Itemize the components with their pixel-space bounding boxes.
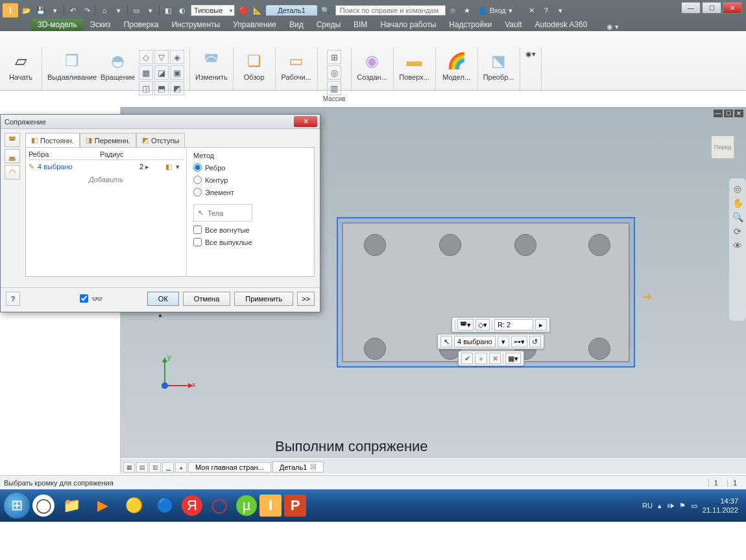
derive-icon[interactable]: ▣: [170, 65, 184, 80]
document-tab[interactable]: Деталь1: [266, 5, 317, 16]
all-concave-checkbox[interactable]: Все вогнутые: [193, 226, 252, 234]
radius-input[interactable]: R: 2: [494, 319, 533, 331]
chain-icon[interactable]: ⊶▾: [511, 336, 527, 347]
tab-vault[interactable]: Vault: [498, 19, 528, 31]
taskbar-app-chrome[interactable]: 🟡: [119, 493, 148, 519]
help-icon[interactable]: ?: [540, 4, 553, 17]
tab-tools[interactable]: Инструменты: [165, 19, 226, 31]
more-button[interactable]: >>: [297, 292, 315, 306]
open-icon[interactable]: 📂: [20, 4, 33, 17]
taskbar-app-edge[interactable]: 🔵: [150, 493, 179, 519]
color-icon[interactable]: 🔴: [237, 4, 250, 17]
doc-tab-part[interactable]: Деталь1☒: [272, 461, 324, 472]
mirror-icon[interactable]: ▥: [327, 81, 341, 95]
exchange-icon[interactable]: ✕: [525, 4, 538, 17]
cancel-icon-button[interactable]: ✕: [489, 353, 501, 364]
tab-manage[interactable]: Управление: [226, 19, 283, 31]
tab-sketch[interactable]: Эскиз: [84, 19, 117, 31]
expand-handle-icon[interactable]: ▲: [158, 312, 163, 318]
home-icon[interactable]: ⌂: [98, 4, 111, 17]
method-loop-radio[interactable]: Контур: [193, 176, 252, 184]
style-combo[interactable]: Типовые: [191, 5, 235, 16]
vp-minimize-icon[interactable]: —: [714, 110, 723, 117]
taskbar-app-opera[interactable]: ◯: [205, 493, 234, 519]
arrange-icon[interactable]: ▥: [149, 462, 161, 472]
tab-3d-model[interactable]: 3D-модель: [31, 19, 84, 31]
dropdown-icon[interactable]: ▾: [49, 4, 62, 17]
dropdown-icon[interactable]: ▾: [112, 4, 125, 17]
extrude-button[interactable]: ❒Выдавливание: [47, 50, 97, 95]
save-icon[interactable]: 💾: [34, 4, 47, 17]
create-freeform-button[interactable]: ◉Создан...: [357, 50, 388, 81]
rect-pattern-icon[interactable]: ⊞: [327, 50, 341, 64]
modify-button[interactable]: ◚Изменить: [195, 50, 228, 81]
close-icon[interactable]: ☒: [310, 463, 317, 471]
import-icon[interactable]: ⬒: [154, 81, 169, 95]
apply-button[interactable]: Применить: [234, 292, 293, 306]
edge-fillet-mode-icon[interactable]: ◚: [5, 133, 20, 147]
orbit-icon[interactable]: ⟳: [734, 226, 741, 237]
emboss-icon[interactable]: ◪: [154, 65, 169, 80]
close-button[interactable]: ✕: [723, 2, 742, 14]
tab-setbacks[interactable]: ◩Отступы: [136, 133, 186, 147]
dropdown-icon[interactable]: ▾: [554, 4, 567, 17]
tray-network-icon[interactable]: 🕪: [667, 502, 674, 509]
undo-icon[interactable]: ↶: [66, 4, 79, 17]
full-round-mode-icon[interactable]: ◠: [5, 165, 20, 180]
vp-maximize-icon[interactable]: ☐: [724, 110, 733, 117]
fillet-type-icon[interactable]: ◚▾: [457, 319, 474, 331]
sweep-icon[interactable]: ◇: [139, 50, 153, 64]
face-fillet-mode-icon[interactable]: ◛: [5, 149, 20, 163]
tray-action-icon[interactable]: ▭: [691, 502, 697, 510]
add-row[interactable]: Добавить: [29, 173, 184, 186]
work-features-button[interactable]: ▭Рабочи...: [281, 50, 312, 81]
continuity-icon[interactable]: ◧: [165, 163, 176, 171]
options-icon-button[interactable]: ▦▾: [505, 353, 521, 364]
taskbar-app-media[interactable]: ▶: [88, 493, 117, 519]
explore-button[interactable]: ❏Обзор: [239, 50, 270, 81]
method-edge-radio[interactable]: Ребро: [193, 163, 252, 172]
search-icon[interactable]: 🔍: [319, 4, 332, 17]
surface-button[interactable]: ▬Поверх...: [399, 50, 430, 81]
tray-flag-icon[interactable]: ⚑: [679, 502, 686, 510]
tab-a360[interactable]: Autodesk A360: [529, 19, 594, 31]
simulation-button[interactable]: 🌈Модел...: [441, 50, 472, 81]
tab-view[interactable]: Вид: [283, 19, 310, 31]
selection-link[interactable]: 4 выбрано: [38, 163, 100, 170]
appearance-icon[interactable]: ◐: [176, 4, 189, 17]
taskbar-app-ya[interactable]: Я: [182, 495, 202, 516]
taskbar-app-inventor[interactable]: I: [259, 495, 282, 517]
material-icon[interactable]: ◧: [162, 4, 174, 17]
tray-chevron-icon[interactable]: ▴: [658, 502, 662, 510]
start-button[interactable]: ⊞: [4, 493, 30, 519]
cascade-icon[interactable]: ▤: [136, 462, 148, 472]
tile-icon[interactable]: ▦: [123, 462, 135, 472]
dialog-close-button[interactable]: ✕: [294, 116, 317, 127]
star-icon[interactable]: ☆: [446, 4, 459, 17]
ok-button[interactable]: ОК: [147, 292, 179, 306]
apply-icon-button[interactable]: ＋: [475, 353, 487, 364]
convert-button[interactable]: ⬔Преобр...: [483, 50, 514, 81]
login-button[interactable]: 👤 Вход ▾: [478, 6, 512, 15]
start-sketch-button[interactable]: ▱ Начать: [5, 50, 36, 81]
favorite-icon[interactable]: ★: [461, 4, 474, 17]
ribbon-options-icon[interactable]: ◉ ▾: [607, 23, 619, 31]
rib-icon[interactable]: ▦: [139, 65, 153, 80]
measure-icon[interactable]: 📐: [251, 4, 264, 17]
all-convex-checkbox[interactable]: Все выпуклые: [193, 238, 252, 246]
tab-bim[interactable]: BIM: [347, 19, 374, 31]
pan-icon[interactable]: ✋: [732, 198, 743, 208]
loop-icon[interactable]: ↺: [529, 336, 541, 347]
maximize-button[interactable]: ☐: [702, 2, 721, 14]
minimize-all-icon[interactable]: ▁: [162, 462, 174, 472]
tab-constant[interactable]: ◧Постоянн.: [25, 133, 80, 147]
decal-icon[interactable]: ◫: [139, 81, 153, 95]
taskbar-app-explorer[interactable]: 📁: [57, 493, 86, 519]
preview-checkbox[interactable]: 👓: [80, 294, 102, 304]
loft-icon[interactable]: ▽: [154, 50, 169, 64]
coil-icon[interactable]: ◈: [170, 50, 184, 64]
redo-icon[interactable]: ↷: [80, 4, 93, 17]
taskbar-app-powerpoint[interactable]: P: [284, 495, 306, 517]
edge-set-icon[interactable]: ◇▾: [475, 319, 490, 331]
cursor-icon[interactable]: ↖: [440, 336, 452, 347]
